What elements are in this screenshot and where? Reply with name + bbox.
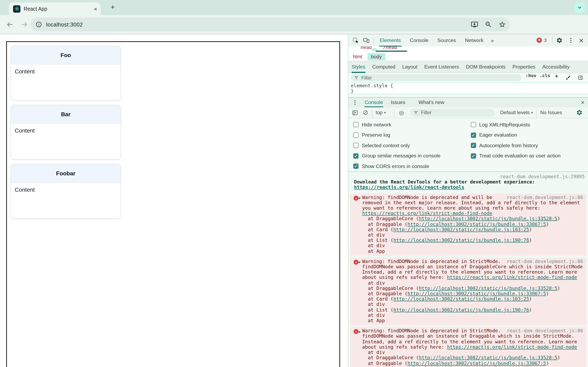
stack-frame-link[interactable]: http://localhost:3002/static/js/bundle.j… [419,286,557,291]
new-style-rule-button[interactable]: + [555,73,558,82]
setting-treat-code-evaluation-as-user-action[interactable]: ✓Treat code evaluation as user action [471,151,588,161]
stack-frame-link[interactable]: http://localhost:3002/static/js/bundle.j… [407,222,546,227]
stack-frame-link[interactable]: http://localhost:3002/static/js/bundle.j… [419,355,557,361]
url-text[interactable]: localhost:3002 [46,21,83,27]
bookmark-star-icon[interactable] [499,21,506,28]
paint-brush-icon[interactable] [566,75,571,80]
checkbox-checked[interactable]: ✓ [353,164,359,169]
stack-frame-link[interactable]: http://localhost:3002/static/js/bundle.j… [419,216,557,222]
console-sidebar-toggle-icon[interactable] [352,107,358,118]
styles-tab-computed[interactable]: Computed [372,61,396,73]
message-source-link[interactable]: react-dom.development.js:29895 [354,174,585,179]
address-bar[interactable]: localhost:3002 [31,17,510,31]
styles-tab-layout[interactable]: Layout [402,61,417,73]
devtools-tab-network[interactable]: Network [465,34,484,47]
zoom-out-icon[interactable] [485,21,492,28]
new-tab-button[interactable]: + [109,3,117,11]
checkbox-unchecked[interactable] [353,122,359,127]
issues-counter[interactable]: No Issues [540,107,562,118]
console-filter-input[interactable]: Filter [410,109,494,117]
error-count[interactable]: 3 [544,34,547,47]
setting-preserve-log[interactable]: Preserve log [353,130,471,140]
elements-tree-clipped-row[interactable]: head /head [348,47,588,52]
expand-arrow-icon[interactable]: ▶ [359,195,361,201]
card-bar[interactable]: BarContent [11,105,121,159]
site-info-icon[interactable] [35,21,42,28]
styles-tab-accessibility[interactable]: Accessibility [542,61,570,73]
message-link[interactable]: https://reactjs.org/link/strict-mode-fin… [447,345,577,350]
drawer-tab-issues[interactable]: Issues [391,98,405,107]
setting-show-cors-errors-in-console[interactable]: ✓Show CORS errors in console [353,161,471,171]
styles-filter-input[interactable]: Filter [351,74,521,81]
panel-toggle-icon[interactable] [578,75,583,80]
setting-hide-network[interactable]: Hide network [353,119,471,130]
devtools-menu-button[interactable] [568,34,574,47]
device-toolbar-icon[interactable] [363,37,370,44]
message-source-link[interactable]: react-dom.development.js:86 [507,328,583,334]
breadcrumb-html[interactable]: html [349,53,366,60]
styles-tab-dom-breakpoints[interactable]: DOM Breakpoints [466,61,506,73]
styles-tab-properties[interactable]: Properties [512,61,535,73]
checkbox-checked[interactable]: ✓ [471,143,476,148]
element-style-open[interactable]: element.style { [351,83,588,89]
context-selector[interactable]: top ▾ [376,107,386,118]
checkbox-unchecked[interactable] [471,122,476,127]
drawer-tab-what-s-new[interactable]: What's new [419,98,444,107]
back-button[interactable] [6,20,14,29]
devtools-tab-console[interactable]: Console [410,34,428,47]
forward-button[interactable] [20,20,29,29]
message-source-link[interactable]: react-dom.development.js:86 [507,195,583,200]
devtools-tab-sources[interactable]: Sources [437,34,456,47]
message-link[interactable]: https://reactjs.org/link/strict-mode-fin… [362,211,492,216]
tab-close-icon[interactable]: × [94,6,97,12]
stack-frame-link[interactable]: http://localhost:3002/static/js/bundle.j… [393,238,529,243]
message-link[interactable]: https://reactjs.org/link/strict-mode-fin… [447,275,577,280]
console-settings-button[interactable] [576,107,583,118]
stack-frame-link[interactable]: http://localhost:3002/static/js/bundle.j… [407,291,546,296]
card-foo[interactable]: FooContent [11,46,121,100]
error-badge-icon[interactable]: ✕ [536,38,542,43]
console-warning-entry[interactable]: ✕▶react-dom.development.js:86Warning: fi… [350,193,586,256]
checkbox-unchecked[interactable] [353,133,359,138]
browser-tab[interactable]: React App × [9,2,100,15]
drawer-tab-console[interactable]: Console [365,98,383,107]
tab-strip-chevron-button[interactable] [574,2,585,13]
card-foobar[interactable]: FoobarContent [11,164,121,218]
setting-log-xmlhttprequests[interactable]: Log XMLHttpRequests [471,119,588,130]
devtools-tab-elements[interactable]: Elements [380,34,401,47]
styles-tab-styles[interactable]: Styles [352,61,365,73]
install-app-icon[interactable] [471,21,478,28]
expand-arrow-icon[interactable]: ▶ [359,329,361,334]
drawer-close-icon[interactable]: × [581,99,584,106]
setting-eager-evaluation[interactable]: ✓Eager evaluation [471,130,588,140]
more-tabs-icon[interactable]: » [491,37,494,43]
checkbox-checked[interactable]: ✓ [353,153,359,159]
devtools-close-button[interactable] [578,34,584,47]
checkbox-checked[interactable]: ✓ [471,153,476,159]
breadcrumb-body[interactable]: body [367,53,385,60]
stack-frame-link[interactable]: http://localhost:3002/static/js/bundle.j… [393,307,529,313]
message-link[interactable]: https://reactjs.org/link/react-devtools [354,185,464,190]
message-source-link[interactable]: react-dom.development.js:86 [507,259,583,264]
checkbox-checked[interactable]: ✓ [471,133,476,138]
setting-group-similar-messages-in-console[interactable]: ✓Group similar messages in console [353,151,471,161]
stack-frame-link[interactable]: http://localhost:3002/static/js/bundle.j… [393,297,529,302]
stack-frame-link[interactable]: http://localhost:3002/static/js/bundle.j… [393,227,529,233]
toggle-class-button[interactable]: .cls [539,73,550,82]
checkbox-unchecked[interactable] [353,143,359,148]
log-levels-selector[interactable]: Default levels ▾ [500,107,533,118]
live-expression-eye-icon[interactable]: ◎ [399,107,404,118]
inspect-element-icon[interactable] [352,37,359,44]
clear-console-icon[interactable] [363,107,368,118]
styles-tab-event-listeners[interactable]: Event Listeners [424,61,459,73]
console-warning-entry[interactable]: ✕▶react-dom.development.js:86Warning: fi… [350,327,586,367]
setting-autocomplete-from-history[interactable]: ✓Autocomplete from history [471,140,588,151]
toggle-hover-state-button[interactable]: :hov [526,73,536,82]
stack-frame-link[interactable]: http://localhost:3002/static/js/bundle.j… [407,361,546,366]
devtools-settings-button[interactable] [556,34,563,47]
console-warning-entry[interactable]: ✕▶react-dom.development.js:86Warning: fi… [350,258,586,325]
console-log-entry[interactable]: react-dom.development.js:29895Download t… [348,173,588,192]
expand-arrow-icon[interactable]: ▶ [359,259,361,265]
drawer-menu-kebab-icon[interactable] [352,100,358,106]
element-style-block[interactable]: element.style { } [348,82,588,94]
